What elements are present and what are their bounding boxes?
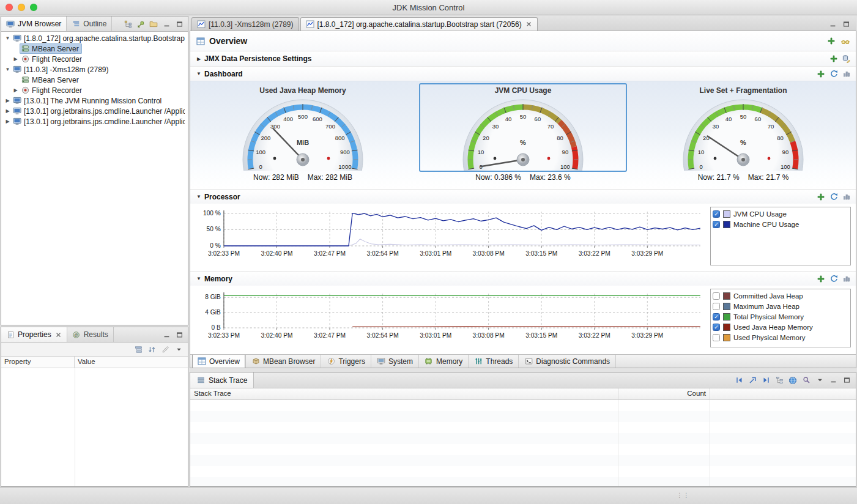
expand-arrow-icon[interactable]: ▼	[195, 276, 202, 281]
tree-layout-button[interactable]	[775, 376, 784, 385]
page-tab-mbean-browser[interactable]: MBean Browser	[246, 355, 321, 368]
expand-arrow-icon[interactable]: ▼	[4, 35, 12, 41]
minimize-view-button[interactable]	[162, 330, 171, 339]
tree-item[interactable]: ▶Flight Recorder	[1, 85, 188, 95]
minimize-window-button[interactable]	[18, 4, 25, 11]
edit-persistence-button[interactable]	[842, 54, 851, 63]
stack-trace-table-body[interactable]	[190, 400, 856, 486]
legend-item[interactable]: Maximum Java Heap	[713, 301, 848, 311]
series-checkbox[interactable]	[713, 292, 720, 300]
tree-item[interactable]: MBean Server	[1, 43, 188, 54]
new-connection-button[interactable]	[136, 20, 145, 28]
tab-outline[interactable]: Outline	[67, 17, 112, 31]
gauge-dial[interactable]: Used Java Heap Memory0100200300400500600…	[199, 83, 407, 172]
processor-section-header[interactable]: ▼ Processor	[190, 189, 856, 204]
column-header-stack-trace[interactable]: Stack Trace	[190, 388, 618, 399]
categorize-button[interactable]	[134, 345, 143, 354]
page-tab-triggers[interactable]: Triggers	[321, 355, 371, 368]
memory-section-header[interactable]: ▼ Memory	[190, 271, 856, 286]
maximize-view-button[interactable]	[175, 20, 184, 28]
minimize-view-button[interactable]	[828, 20, 837, 28]
collapse-arrow-icon[interactable]: ▶	[4, 98, 12, 103]
add-chart-button[interactable]	[827, 37, 836, 45]
maximize-view-button[interactable]	[842, 20, 850, 28]
show-results-button[interactable]	[841, 37, 850, 45]
series-checkbox[interactable]	[713, 221, 720, 228]
remove-dial-button[interactable]	[842, 70, 851, 78]
add-attribute-button[interactable]	[817, 275, 825, 283]
legend-item[interactable]: Used Physical Memory	[713, 332, 848, 343]
minimize-view-button[interactable]	[162, 20, 171, 28]
page-tab-diagnostic-commands[interactable]: Diagnostic Commands	[519, 355, 616, 368]
memory-chart[interactable]: 3:02:33 PM3:02:40 PM3:02:47 PM3:02:54 PM…	[194, 289, 705, 346]
reset-chart-button[interactable]	[829, 275, 838, 283]
tree-item[interactable]: ▶[13.0.1] org.jetbrains.jps.cmdline.Laun…	[1, 106, 188, 116]
page-tab-system[interactable]: System	[371, 355, 419, 368]
tree-layout-button[interactable]	[124, 20, 132, 28]
legend-item[interactable]: Machine CPU Usage	[713, 219, 848, 229]
view-menu-button[interactable]	[174, 345, 183, 354]
tree-item[interactable]: ▶[13.0.1] org.jetbrains.jps.cmdline.Laun…	[1, 116, 188, 127]
close-tab-icon[interactable]	[526, 21, 532, 28]
reset-chart-button[interactable]	[829, 193, 838, 201]
add-attribute-button[interactable]	[817, 193, 825, 201]
tree-item[interactable]: ▶Flight Recorder	[1, 54, 188, 64]
series-checkbox[interactable]	[713, 324, 720, 331]
expand-arrow-icon[interactable]: ▼	[195, 194, 202, 199]
tree-item[interactable]: ▼[11.0.3] -Xms128m (2789)	[1, 64, 188, 75]
page-tab-overview[interactable]: Overview	[192, 355, 246, 368]
editor-tab-xms128m[interactable]: [11.0.3] -Xms128m (2789)	[191, 17, 299, 31]
gauge-dial[interactable]: Live Set + Fragmentation0102030405060708…	[639, 83, 847, 172]
column-header-value[interactable]: Value	[75, 357, 188, 368]
previous-frame-button[interactable]	[735, 376, 743, 385]
add-persistence-attribute-button[interactable]	[829, 54, 838, 63]
tab-results[interactable]: @ Results	[67, 327, 114, 342]
expand-arrow-icon[interactable]: ▼	[4, 67, 12, 72]
tab-properties[interactable]: Properties	[1, 327, 67, 342]
tab-jvm-browser[interactable]: JVM Browser	[1, 17, 67, 31]
open-frame-button[interactable]	[748, 376, 757, 385]
collapse-arrow-icon[interactable]: ▶	[12, 56, 20, 62]
add-dial-button[interactable]	[817, 70, 825, 78]
tree-item[interactable]: ▼[1.8.0_172] org.apache.catalina.startup…	[1, 33, 188, 43]
remove-chart-button[interactable]	[842, 193, 851, 201]
tab-stack-trace[interactable]: Stack Trace	[190, 372, 254, 388]
open-folder-button[interactable]	[149, 20, 158, 28]
minimize-view-button[interactable]	[829, 376, 837, 385]
column-header-property[interactable]: Property	[1, 357, 75, 368]
series-checkbox[interactable]	[713, 334, 720, 341]
processor-chart[interactable]: 3:02:33 PM3:02:40 PM3:02:47 PM3:02:54 PM…	[194, 207, 705, 264]
close-window-button[interactable]	[6, 4, 13, 11]
series-checkbox[interactable]	[713, 210, 720, 218]
drag-handle-icon[interactable]: ⋮⋮	[677, 492, 690, 498]
expand-arrow-icon[interactable]: ▼	[195, 71, 202, 76]
gauge-dial[interactable]: JVM CPU Usage0102030405060708090100%	[419, 83, 627, 172]
jmx-persistence-section-header[interactable]: ▶ JMX Data Persistence Settings	[190, 51, 856, 66]
zoom-window-button[interactable]	[30, 4, 37, 11]
legend-item[interactable]: Committed Java Heap	[713, 291, 848, 301]
edit-value-button[interactable]	[161, 345, 169, 354]
next-frame-button[interactable]	[762, 376, 770, 385]
reset-dials-button[interactable]	[829, 70, 838, 78]
maximize-view-button[interactable]	[175, 330, 184, 339]
remove-chart-button[interactable]	[842, 275, 851, 283]
group-traces-toggle[interactable]	[788, 376, 797, 385]
dashboard-section-header[interactable]: ▼ Dashboard	[190, 66, 856, 81]
legend-item[interactable]: Total Physical Memory	[713, 311, 848, 322]
sort-button[interactable]	[147, 345, 156, 354]
tree-item[interactable]: MBean Server	[1, 75, 188, 85]
legend-item[interactable]: JVM CPU Usage	[713, 209, 848, 219]
find-button[interactable]	[802, 376, 811, 385]
view-menu-button[interactable]	[815, 376, 824, 385]
tree-item[interactable]: ▶[13.0.1] The JVM Running Mission Contro…	[1, 95, 188, 106]
properties-table-body[interactable]	[1, 368, 188, 486]
page-tab-memory[interactable]: Memory	[419, 355, 469, 368]
series-checkbox[interactable]	[713, 313, 720, 321]
series-checkbox[interactable]	[713, 303, 720, 310]
collapse-arrow-icon[interactable]: ▶	[4, 108, 12, 114]
collapse-arrow-icon[interactable]: ▶	[195, 56, 202, 62]
collapse-arrow-icon[interactable]: ▶	[12, 87, 20, 93]
column-header-count[interactable]: Count	[618, 388, 710, 399]
page-tab-threads[interactable]: Threads	[469, 355, 519, 368]
close-icon[interactable]	[56, 332, 62, 338]
